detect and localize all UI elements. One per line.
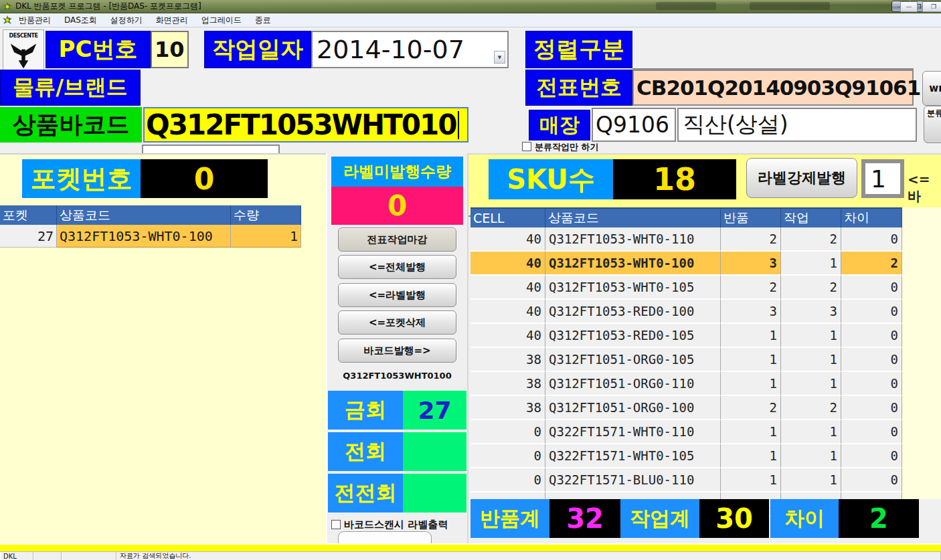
descente-logo-text: DESCENTE [9, 33, 38, 39]
column-header: 상품코드 [57, 205, 231, 225]
table-cell: 1 [721, 444, 781, 468]
app-icon [3, 2, 12, 11]
column-header: 상품코드 [545, 209, 721, 227]
barcode-hint-text: <=바 [908, 171, 941, 205]
table-row[interactable]: 40Q312FT1053-RED0-105110 [470, 324, 902, 348]
table-cell: Q322FT1571-BLU0-110 [545, 468, 721, 492]
mdi-minimize-button[interactable]: — [900, 1, 918, 12]
force-qty-field[interactable]: 1 [861, 159, 904, 198]
delete-pocket-button[interactable]: <=포켓삭제 [338, 310, 456, 335]
table-side-filler [902, 207, 941, 499]
pocket-table-row[interactable]: 27Q312FT1053-WHT0-1001 [0, 225, 301, 248]
table-row[interactable]: 0Q322FT1571-WHT0-110110 [470, 420, 902, 444]
counter-label: 전회 [328, 432, 403, 471]
store-label: 매장 [529, 110, 590, 141]
table-cell: 0 [841, 227, 902, 252]
table-cell: Q312FT1053-RED0-105 [545, 324, 721, 348]
table-cell: 38 [470, 372, 545, 396]
issue-label-button[interactable]: <=라벨발행 [338, 283, 456, 307]
table-cell: 1 [721, 468, 781, 492]
table-row[interactable]: 38Q312FT1051-ORG0-100220 [470, 396, 902, 420]
mdi-restore-button[interactable]: ❐ [922, 1, 941, 12]
table-cell: 1 [721, 324, 781, 348]
table-cell: Q312FT1053-WHT0-100 [545, 252, 721, 276]
work-date-label: 작업일자 [204, 31, 311, 68]
menu-item-returns[interactable]: 반품관리 [12, 13, 58, 27]
unissued-count-display: 0 [331, 187, 463, 225]
pocket-number-display: 0 [141, 159, 268, 198]
product-barcode-label: 상품바코드 [0, 107, 142, 143]
pc-number-field[interactable]: 10 [151, 31, 189, 68]
checkbox-icon[interactable] [522, 142, 531, 151]
scan-print-label: 바코드스캔시 라벨출력 [344, 519, 448, 531]
table-cell: Q312FT1053-WHT0-110 [545, 227, 721, 252]
table-cell: 2 [781, 227, 841, 252]
counter-label: 금회 [328, 391, 403, 430]
title-bar: DKL 반품포켓 프로그램 - [반품DAS- 포켓프로그램] [0, 0, 941, 13]
table-row[interactable]: 0Q322FT1571-BLU0-110110 [470, 468, 902, 492]
table-cell: 1 [781, 348, 841, 372]
table-cell: 2 [841, 252, 902, 276]
table-cell: 3 [721, 252, 781, 276]
counter-value: 27 [403, 391, 466, 430]
window-title: DKL 반품포켓 프로그램 - [반품DAS- 포켓프로그램] [15, 1, 201, 12]
column-header: 포켓 [0, 205, 57, 225]
menu-item-exit[interactable]: 종료 [248, 13, 278, 27]
sort-only-checkbox[interactable]: 분류작업만 하기 [522, 141, 599, 153]
menu-item-das-lookup[interactable]: DAS조회 [58, 13, 104, 27]
menu-bar: 반품관리 DAS조회 설정하기 화면관리 업그레이드 종료 [0, 13, 941, 27]
table-cell: Q312FT1051-ORG0-105 [545, 348, 721, 372]
table-row[interactable]: 40Q312FT1053-WHT0-100312 [470, 252, 902, 276]
checkbox-icon[interactable] [331, 520, 341, 529]
column-header: 작업 [781, 209, 841, 227]
work-date-combo[interactable]: 2014-10-07 ▼ [311, 31, 509, 68]
table-row[interactable]: 0Q322FT1571-WHT0-105110 [470, 444, 902, 468]
slip-number-field[interactable]: CB201Q20140903Q91061 [632, 70, 914, 106]
table-cell: 1 [781, 324, 841, 348]
slip-number-label: 전표번호 [525, 70, 632, 106]
table-cell: 40 [470, 276, 545, 300]
table-cell: 2 [721, 396, 781, 420]
table-cell: 40 [470, 227, 545, 252]
column-header: CELL [470, 209, 545, 227]
table-row[interactable]: 40Q312FT1053-WHT0-110220 [470, 227, 902, 252]
returns-total-display: 32 [549, 499, 620, 538]
table-cell: 2 [781, 276, 841, 300]
table-row[interactable]: 38Q312FT1051-ORG0-105110 [470, 348, 902, 372]
slip-close-button[interactable]: 전표작업마감 [338, 227, 456, 252]
menu-item-screen[interactable]: 화면관리 [149, 13, 195, 27]
menu-item-settings[interactable]: 설정하기 [104, 13, 149, 27]
issue-all-button[interactable]: <=전체발행 [338, 255, 456, 279]
scan-print-checkbox[interactable]: 바코드스캔시 라벨출력 [331, 519, 448, 531]
chevron-down-icon[interactable]: ▼ [494, 51, 505, 64]
store-code-field[interactable]: Q9106 [592, 108, 676, 142]
sku-table-body: 40Q312FT1053-WHT0-11022040Q312FT1053-WHT… [470, 227, 902, 517]
wr-button[interactable]: wr [922, 71, 941, 106]
counter-label: 전전회 [328, 474, 403, 512]
menu-item-upgrade[interactable]: 업그레이드 [195, 13, 248, 27]
table-cell: Q312FT1051-ORG0-100 [545, 396, 721, 420]
background-artifact [656, 2, 716, 10]
table-cell: 40 [470, 324, 545, 348]
sku-table-header: CELL 상품코드 반품 작업 차이 [470, 207, 902, 227]
counter-value [403, 432, 466, 471]
table-row[interactable]: 38Q312FT1051-ORG0-110110 [470, 372, 902, 396]
diff-total-display: 2 [839, 499, 919, 538]
issue-barcode-button[interactable]: 바코드발행=> [338, 339, 456, 363]
descente-arrow-icon [8, 39, 39, 70]
force-label-print-button[interactable]: 라벨강제발행 [746, 158, 857, 198]
work-total-label: 작업계 [620, 499, 699, 538]
table-cell: 1 [781, 372, 841, 396]
product-barcode-input[interactable]: Q312FT1053WHT010 [143, 107, 468, 143]
store-name-field[interactable]: 직산(상설) [677, 108, 917, 142]
status-message: 자료가 검색되었습니다. [116, 552, 941, 560]
table-cell: 0 [470, 468, 545, 492]
table-row[interactable]: 40Q312FT1053-WHT0-105220 [470, 276, 902, 300]
counter-row-before-previous: 전전회 [328, 474, 466, 512]
table-cell: 1 [721, 348, 781, 372]
table-cell: 0 [841, 444, 902, 468]
sort-button[interactable]: 분류 [924, 106, 941, 143]
table-cell: Q322FT1571-WHT0-110 [545, 420, 721, 444]
table-row[interactable]: 40Q312FT1053-RED0-100330 [470, 300, 902, 324]
sku-count-label: SKU수 [489, 159, 613, 199]
